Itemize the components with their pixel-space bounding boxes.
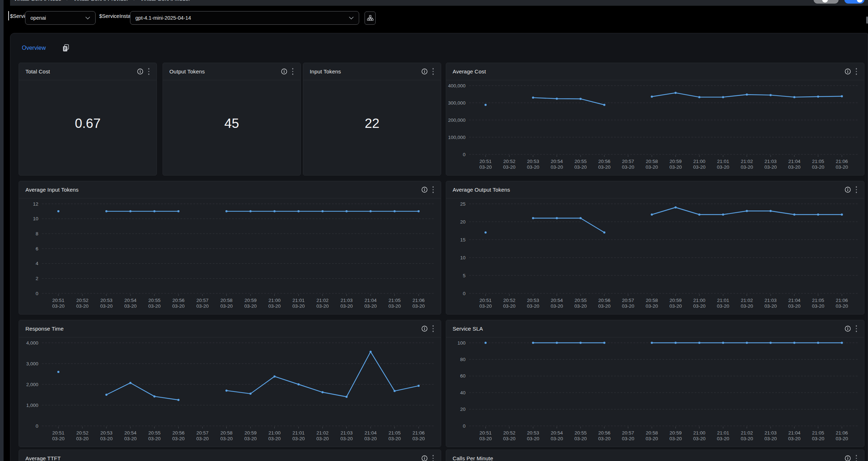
- panel-header: Average TTFT: [19, 450, 441, 461]
- info-icon[interactable]: [421, 68, 428, 75]
- svg-text:03-20: 03-20: [341, 303, 353, 309]
- svg-text:21:00: 21:00: [269, 298, 281, 303]
- chart-canvas[interactable]: 02468101220:5103-2020:5203-2020:5303-202…: [19, 199, 441, 314]
- panel-body: 45: [163, 81, 300, 175]
- info-icon[interactable]: [281, 68, 287, 75]
- svg-text:21:02: 21:02: [741, 159, 753, 164]
- svg-text:21:04: 21:04: [788, 159, 800, 164]
- svg-text:03-20: 03-20: [124, 436, 137, 441]
- svg-text:03-20: 03-20: [574, 436, 587, 441]
- info-icon[interactable]: [845, 68, 851, 75]
- topology-view-button[interactable]: [365, 11, 376, 25]
- panel-menu-kebab-icon[interactable]: [291, 67, 294, 76]
- svg-text:20: 20: [460, 219, 466, 225]
- panel-menu-kebab-icon[interactable]: [432, 325, 435, 333]
- svg-text:5: 5: [463, 273, 466, 278]
- panel-title: Service SLA: [453, 326, 483, 332]
- svg-text:20:51: 20:51: [52, 430, 64, 436]
- panel-average-input-tokens: Average Input Tokens 02468101220:5103-20…: [19, 181, 441, 314]
- info-icon[interactable]: [845, 326, 851, 332]
- svg-text:03-20: 03-20: [268, 436, 281, 441]
- panel-menu-kebab-icon[interactable]: [432, 67, 435, 76]
- text-cursor: [8, 11, 9, 20]
- svg-text:20:53: 20:53: [100, 430, 112, 436]
- panel-header-icons: [421, 325, 435, 333]
- service-select[interactable]: openai: [25, 11, 96, 25]
- svg-text:300,000: 300,000: [448, 100, 466, 106]
- toggle-switch-on[interactable]: [844, 0, 864, 4]
- svg-text:60: 60: [460, 373, 466, 379]
- info-icon[interactable]: [421, 455, 428, 461]
- info-icon[interactable]: [421, 187, 428, 193]
- chart-canvas[interactable]: 0100,000200,000300,000400,00020:5103-202…: [446, 81, 864, 175]
- info-icon[interactable]: [845, 455, 851, 461]
- svg-text:20:54: 20:54: [551, 159, 563, 164]
- svg-text:03-20: 03-20: [836, 164, 848, 170]
- info-icon[interactable]: [137, 68, 143, 75]
- svg-text:20:54: 20:54: [551, 298, 563, 303]
- panel-header: Total Cost: [19, 63, 156, 80]
- chart-canvas[interactable]: 01,0002,0003,0004,00020:5103-2020:5203-2…: [19, 338, 441, 447]
- svg-text:03-20: 03-20: [622, 164, 635, 170]
- breadcrumb-item[interactable]: Virtual GenAI Node: [14, 0, 61, 2]
- svg-text:03-20: 03-20: [717, 303, 729, 309]
- panel-menu-kebab-icon[interactable]: [855, 186, 858, 194]
- panel-average-output-tokens: Average Output Tokens 051015202520:5103-…: [446, 181, 864, 314]
- svg-text:03-20: 03-20: [148, 303, 161, 309]
- breadcrumb-item[interactable]: Virtual GenAI Provider: [73, 0, 128, 2]
- svg-text:21:01: 21:01: [717, 298, 729, 303]
- chevron-down-icon: [349, 16, 354, 20]
- svg-text:03-20: 03-20: [413, 303, 425, 309]
- svg-text:21:03: 21:03: [341, 298, 353, 303]
- service-instance-select[interactable]: gpt-4.1-mini-2025-04-14: [130, 11, 359, 25]
- tab-overview[interactable]: Overview: [22, 45, 46, 51]
- panel-header-icons: [845, 67, 858, 76]
- chart-canvas[interactable]: 051015202520:5103-2020:5203-2020:5303-20…: [446, 199, 864, 314]
- svg-text:21:00: 21:00: [693, 159, 705, 164]
- chart-canvas[interactable]: 02040608010020:5103-2020:5203-2020:5303-…: [446, 338, 864, 447]
- panel-total-cost: Total Cost 0.67: [19, 63, 157, 176]
- info-icon[interactable]: [845, 187, 851, 193]
- svg-text:21:03: 21:03: [341, 430, 353, 436]
- panel-menu-kebab-icon[interactable]: [855, 67, 858, 76]
- svg-text:03-20: 03-20: [76, 436, 89, 441]
- service-select-value: openai: [30, 15, 46, 21]
- svg-text:03-20: 03-20: [244, 303, 257, 309]
- panel-menu-kebab-icon[interactable]: [855, 454, 858, 461]
- svg-text:21:03: 21:03: [765, 159, 777, 164]
- panel-menu-kebab-icon[interactable]: [148, 67, 150, 76]
- panel-header-icons: [845, 454, 858, 461]
- svg-text:21:02: 21:02: [741, 298, 753, 303]
- svg-text:0: 0: [35, 291, 38, 296]
- panel-menu-kebab-icon[interactable]: [432, 186, 435, 194]
- panel-header: Service SLA: [446, 320, 864, 337]
- svg-text:21:06: 21:06: [413, 430, 425, 436]
- panel-menu-kebab-icon[interactable]: [432, 454, 435, 461]
- svg-text:03-20: 03-20: [365, 303, 377, 309]
- svg-text:03-20: 03-20: [812, 303, 824, 309]
- svg-text:20:55: 20:55: [574, 159, 587, 164]
- panel-title: Average Cost: [453, 68, 486, 75]
- svg-text:03-20: 03-20: [646, 303, 658, 309]
- svg-text:21:00: 21:00: [693, 430, 705, 436]
- copy-dashboard-icon[interactable]: [62, 44, 69, 52]
- toggle-switch-off[interactable]: [814, 0, 839, 4]
- svg-text:03-20: 03-20: [669, 436, 682, 441]
- svg-text:03-20: 03-20: [100, 303, 113, 309]
- svg-text:21:01: 21:01: [293, 430, 305, 436]
- panel-menu-kebab-icon[interactable]: [855, 325, 858, 333]
- panel-title: Response Time: [25, 326, 64, 332]
- svg-text:8: 8: [35, 231, 38, 236]
- svg-text:03-20: 03-20: [220, 303, 233, 309]
- dashboard-variables-row: $Service openai $ServiceInstance gpt-4.1…: [4, 6, 868, 33]
- svg-text:21:05: 21:05: [389, 298, 401, 303]
- svg-text:03-20: 03-20: [741, 303, 753, 309]
- info-icon[interactable]: [421, 326, 428, 332]
- panel-header: Input Tokens: [303, 63, 441, 80]
- svg-text:20:59: 20:59: [670, 298, 682, 303]
- panel-title: Output Tokens: [169, 68, 205, 75]
- svg-text:20:59: 20:59: [670, 159, 682, 164]
- svg-text:10: 10: [33, 216, 38, 221]
- svg-text:03-20: 03-20: [389, 303, 401, 309]
- page-scrollbar-thumb[interactable]: [866, 16, 868, 24]
